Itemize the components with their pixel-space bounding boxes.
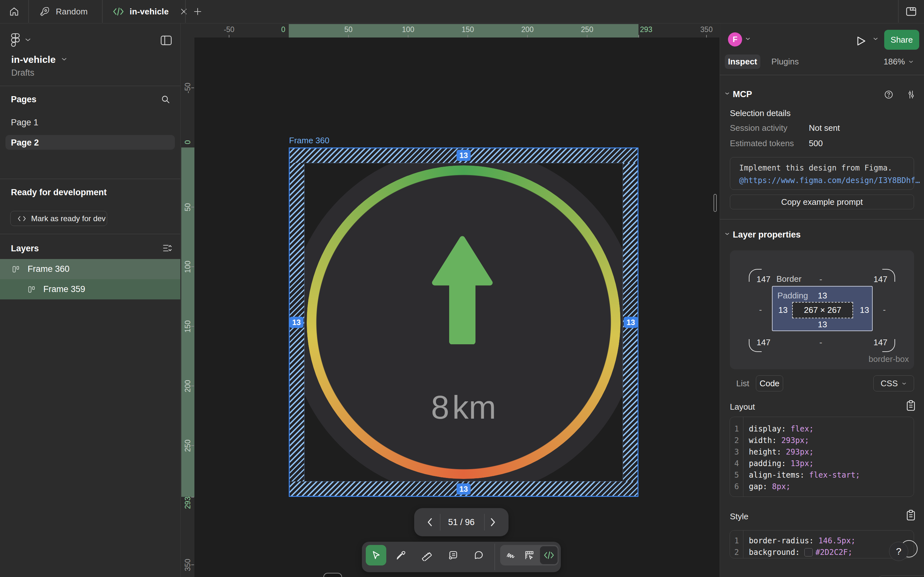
- layer-properties-header[interactable]: Layer properties: [733, 230, 801, 240]
- chevron-down-icon[interactable]: [724, 92, 730, 95]
- code-mode-button[interactable]: [540, 546, 557, 564]
- style-section-header: Style: [730, 512, 748, 522]
- auto-layout-frame-icon: [27, 285, 36, 293]
- content-size-box[interactable]: 267 × 267: [792, 302, 853, 318]
- avatar[interactable]: F: [728, 32, 742, 47]
- css-value: 8px;: [772, 482, 790, 491]
- view-toggle-list[interactable]: List: [732, 376, 754, 392]
- figma-logo-icon[interactable]: [9, 33, 22, 47]
- margin-left-value[interactable]: -: [759, 305, 762, 315]
- code-tool-icon: [543, 551, 555, 560]
- css-property: background:: [749, 548, 804, 557]
- layer-row-frame-360[interactable]: Frame 360: [0, 259, 180, 279]
- ruler-label: 200: [184, 379, 192, 393]
- collapse-layers-icon[interactable]: [162, 243, 173, 253]
- padding-left-value[interactable]: 13: [779, 305, 788, 315]
- padding-top-value[interactable]: 13: [818, 291, 827, 301]
- chevron-down-icon[interactable]: [24, 37, 31, 42]
- sidebar-toggle-icon[interactable]: [160, 35, 173, 46]
- annotate-tool-icon: [447, 550, 459, 561]
- margin-right-value[interactable]: -: [883, 305, 886, 315]
- corner-radius-value[interactable]: 147: [874, 274, 887, 284]
- zoom-control[interactable]: 186%: [884, 55, 914, 69]
- mark-ready-for-dev-button[interactable]: Mark as ready for dev: [10, 211, 107, 226]
- ruler-tool-button[interactable]: [417, 545, 437, 566]
- sidebar-item-page1[interactable]: Page 1: [11, 118, 39, 127]
- ruler-label: 50: [184, 200, 192, 214]
- css-property: gap:: [749, 482, 772, 491]
- ruler-tick: [527, 35, 528, 37]
- chevron-down-icon[interactable]: [61, 57, 67, 61]
- layer-row-frame-359[interactable]: Frame 359: [0, 279, 180, 300]
- ruler-tick: [191, 445, 194, 446]
- sliders-icon[interactable]: [906, 89, 916, 100]
- estimated-tokens-label: Estimated tokens: [730, 139, 794, 148]
- layer-name: Frame 359: [43, 284, 86, 294]
- horizontal-scrollbar[interactable]: [323, 573, 342, 577]
- ruler-tick: [706, 35, 707, 37]
- corner-radius-value[interactable]: 147: [756, 338, 771, 348]
- play-button[interactable]: [856, 35, 866, 47]
- select-tool-button[interactable]: [366, 545, 386, 566]
- tab-plugins[interactable]: Plugins: [769, 55, 801, 69]
- padding-bottom-value[interactable]: 13: [818, 319, 827, 330]
- mcp-section-header[interactable]: MCP: [733, 89, 752, 99]
- ruler-label: -50: [215, 25, 244, 34]
- language-select-value: CSS: [881, 379, 898, 388]
- eyedropper-tool-button[interactable]: [391, 545, 411, 566]
- chevron-down-icon[interactable]: [873, 37, 879, 41]
- border-bottom-value[interactable]: -: [819, 338, 822, 348]
- browser-tab-icon: [906, 7, 917, 16]
- css-value: 293px;: [786, 448, 814, 456]
- frame-360[interactable]: 8 km 13 13 13 13: [289, 147, 638, 497]
- copy-example-prompt-button[interactable]: Copy example prompt: [730, 195, 914, 210]
- corner-radius-value[interactable]: 147: [756, 274, 771, 284]
- code-icon: [17, 215, 27, 222]
- comment-tool-button[interactable]: [468, 545, 489, 566]
- chevron-down-icon[interactable]: [745, 37, 751, 41]
- divider: [494, 544, 495, 570]
- search-icon[interactable]: [160, 94, 171, 105]
- clipboard-icon[interactable]: [905, 509, 916, 522]
- layer-name: Frame 360: [27, 264, 69, 274]
- tab-in-vehicle[interactable]: in-vehicle: [102, 0, 185, 23]
- language-select[interactable]: CSS: [873, 376, 914, 392]
- new-tab-button[interactable]: [191, 5, 205, 19]
- clipboard-icon[interactable]: [905, 400, 916, 412]
- draw-tool-button[interactable]: [501, 545, 520, 566]
- example-prompt-box[interactable]: Implement this design from Figma. @https…: [730, 157, 914, 190]
- frame-name-label[interactable]: Frame 360: [289, 135, 330, 145]
- top-tab-bar: Random in-vehicle: [0, 0, 924, 23]
- layout-code-block[interactable]: 1display: flex; 2width: 293px; 3height: …: [730, 417, 914, 497]
- style-code-block[interactable]: 1border-radius: 146.5px; 2background: #2…: [730, 530, 914, 558]
- pager-next-button[interactable]: [480, 508, 506, 536]
- plus-icon: [193, 7, 202, 16]
- share-button[interactable]: Share: [884, 30, 919, 50]
- background-color-swatch[interactable]: [804, 548, 813, 556]
- design-canvas[interactable]: Frame 360 8 km 13 13 13 13 51 / 96: [194, 37, 719, 577]
- vertical-scrollbar[interactable]: [714, 194, 717, 212]
- ruler-label: 100: [184, 260, 192, 274]
- border-top-value[interactable]: -: [819, 274, 822, 284]
- padding-label: Padding: [777, 291, 808, 301]
- home-button[interactable]: [0, 0, 28, 23]
- tab-random-label: Random: [56, 7, 87, 17]
- help-button[interactable]: ?: [889, 542, 908, 561]
- window-switcher-button[interactable]: [902, 5, 920, 19]
- close-tab-button[interactable]: [180, 6, 188, 17]
- measure-tool-button[interactable]: [520, 545, 539, 566]
- tab-random[interactable]: Random: [28, 0, 102, 23]
- annotate-tool-button[interactable]: [443, 545, 463, 566]
- file-title[interactable]: in-vehicle: [11, 54, 55, 65]
- ruler-label: 150: [453, 25, 482, 34]
- view-toggle-code[interactable]: Code: [756, 376, 783, 392]
- file-location[interactable]: Drafts: [11, 68, 34, 78]
- help-circle-icon[interactable]: [884, 89, 894, 100]
- box-sizing-label: border-box: [869, 354, 909, 364]
- ruler-tick: [191, 87, 194, 88]
- frame-selection-border: [289, 147, 638, 497]
- padding-right-value[interactable]: 13: [860, 305, 869, 315]
- tab-inspect[interactable]: Inspect: [725, 55, 760, 69]
- chevron-down-icon[interactable]: [724, 232, 730, 235]
- corner-radius-value[interactable]: 147: [874, 338, 887, 348]
